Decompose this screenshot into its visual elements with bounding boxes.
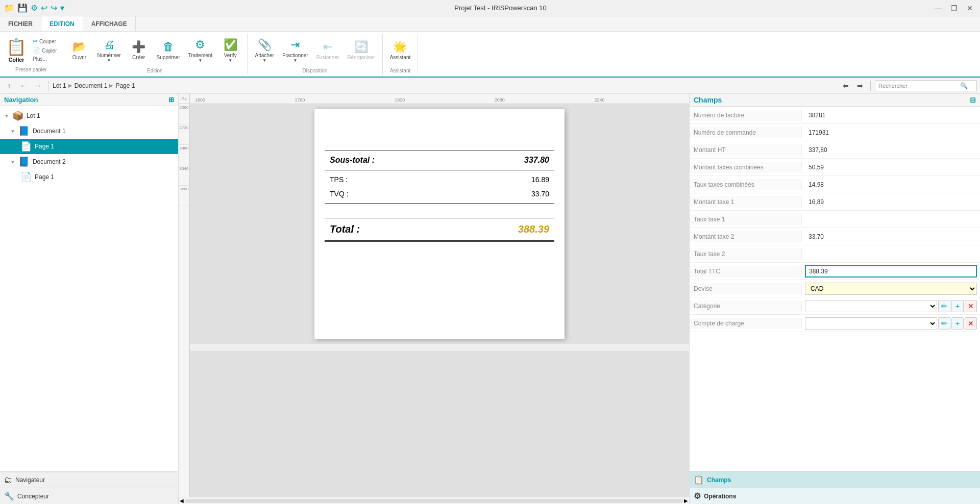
fractionner-button[interactable]: ⇥ Fractionner ▼: [279, 36, 311, 65]
breadcrumb-page1[interactable]: Page 1: [115, 82, 135, 89]
creer-button[interactable]: ➕ Créer: [126, 38, 152, 62]
doc-bottom-bar: ◀ ▶: [179, 497, 689, 504]
sidebar-tab-navigateur[interactable]: 🗂 Navigateur: [0, 472, 178, 488]
scroll-left-icon[interactable]: ◀: [180, 498, 184, 503]
fields-tab-operations[interactable]: ⚙ Opérations: [690, 488, 980, 504]
tree-item-doc2[interactable]: ▼ 📘 Document 2: [0, 154, 178, 169]
tree-item-page1b[interactable]: 📄 Page 1: [0, 169, 178, 185]
compte-charge-edit-button[interactable]: ✏: [938, 317, 950, 330]
tree-item-lot1[interactable]: ▼ 📦 Lot 1: [0, 108, 178, 123]
tab-fichier[interactable]: FICHIER: [0, 16, 41, 31]
ruler-mark-2080: 2080: [489, 97, 590, 103]
select-compte-charge[interactable]: [805, 317, 937, 330]
search-box[interactable]: 🔍: [875, 80, 977, 91]
ouvrir-button[interactable]: 📂 Ouvrir: [66, 38, 92, 62]
save-icon[interactable]: 💾: [17, 3, 28, 13]
couper-button[interactable]: ✂ Couper: [32, 37, 58, 45]
fields-tab-champs[interactable]: 📋 Champs: [690, 471, 980, 488]
redo-icon[interactable]: ↪: [51, 3, 57, 13]
sidebar: Navigation ⊞ ▼ 📦 Lot 1 ▼ 📘 Document 1 📄 …: [0, 94, 179, 504]
input-numero-commande[interactable]: [805, 127, 977, 138]
search-input[interactable]: [878, 83, 960, 89]
fields-title: Champs: [694, 96, 722, 104]
window-title: Projet Test - IRISPowerscan 10: [69, 4, 932, 12]
compte-charge-add-button[interactable]: +: [951, 317, 964, 330]
categorie-delete-button[interactable]: ✕: [965, 300, 977, 312]
input-numero-facture[interactable]: [805, 110, 977, 121]
plus-button[interactable]: Plus...: [32, 56, 58, 62]
close-button[interactable]: ✕: [964, 3, 976, 13]
select-categorie[interactable]: [805, 300, 937, 312]
compte-charge-delete-button[interactable]: ✕: [965, 317, 977, 330]
tree-item-page1[interactable]: 📄 Page 1: [0, 139, 178, 154]
creer-label: Créer: [132, 55, 145, 60]
h-scrollbar[interactable]: [190, 344, 689, 351]
input-montant-ht[interactable]: [805, 144, 977, 156]
categorie-edit-button[interactable]: ✏: [938, 300, 950, 312]
field-value-compte-charge: ✏ + ✕: [802, 315, 980, 332]
field-row-numero-commande: Numéro de commande: [690, 124, 980, 141]
input-total-ttc[interactable]: [805, 265, 977, 278]
input-taux-taxe1[interactable]: [805, 214, 977, 225]
tps-label: TPS :: [330, 175, 348, 184]
export-left-button[interactable]: ⬅: [840, 80, 852, 92]
copier-label: Copier: [42, 48, 57, 54]
attacher-button[interactable]: 📎 Attacher ▼: [252, 36, 277, 65]
up-button[interactable]: ↑: [3, 80, 15, 92]
breadcrumb-lot1[interactable]: Lot 1: [53, 82, 66, 89]
sidebar-header: Navigation ⊞: [0, 94, 178, 106]
fractionner-arrow: ▼: [293, 58, 297, 63]
minimize-button[interactable]: —: [932, 3, 945, 13]
compte-charge-select-row: ✏ + ✕: [805, 317, 977, 330]
numeriser-button[interactable]: 🖨 Numériser ▼: [94, 36, 124, 65]
traitement-button[interactable]: ⚙ Traitement ▼: [185, 36, 215, 65]
select-devise[interactable]: CAD USD EUR: [805, 283, 977, 295]
input-taux-taxe2[interactable]: [805, 248, 977, 260]
supprimer-button[interactable]: 🗑 Supprimer: [154, 38, 183, 62]
input-montant-taxes[interactable]: [805, 162, 977, 173]
input-montant-taxe2[interactable]: [805, 231, 977, 242]
settings-icon[interactable]: ⚙: [31, 3, 38, 13]
sidebar-expand-icon[interactable]: ⊞: [168, 96, 174, 104]
ruler-mark-1600: 1600: [190, 97, 290, 103]
input-montant-taxe1[interactable]: [805, 196, 977, 208]
tab-edition[interactable]: EDITION: [41, 16, 83, 31]
fractionner-label: Fractionner: [282, 53, 308, 58]
categorie-add-button[interactable]: +: [951, 300, 964, 312]
fields-collapse-icon[interactable]: ⊟: [970, 96, 976, 104]
tab-affichage[interactable]: AFFICHAGE: [83, 16, 136, 31]
field-label-montant-taxe1: Montant taxe 1: [690, 196, 802, 208]
ouvrir-label: Ouvrir: [72, 55, 86, 60]
numeriser-label: Numériser: [97, 53, 120, 58]
verify-button[interactable]: ✅ Verify ▼: [217, 36, 243, 65]
breadcrumb-doc1[interactable]: Document 1: [75, 82, 108, 89]
undo-icon[interactable]: ↩: [41, 3, 47, 13]
field-value-montant-taxe1: [802, 194, 980, 210]
back-button[interactable]: ←: [17, 80, 30, 92]
field-label-numero-facture: Numéro de facture: [690, 110, 802, 121]
split-icon: ⇥: [290, 38, 300, 52]
sidebar-tab-concepteur[interactable]: 🔧 Concepteur: [0, 488, 178, 504]
tree-item-doc1[interactable]: ▼ 📘 Document 1: [0, 123, 178, 139]
coller-button[interactable]: 📋 Coller: [4, 35, 29, 65]
forward-button[interactable]: →: [32, 80, 44, 92]
doc-scroll-area[interactable]: Sous-total : 337.80 TPS : 16.89 TVQ : 33…: [190, 104, 689, 497]
separator-bottom: [325, 240, 554, 242]
export-right-button[interactable]: ➡: [854, 80, 866, 92]
field-label-taux-taxes: Taux taxes combinées: [690, 179, 802, 190]
copier-button[interactable]: 📄 Copier: [32, 46, 58, 55]
arrow-doc2: ▼: [10, 159, 15, 165]
disposition-label: Disposition: [302, 67, 327, 74]
subtotal-value: 337.80: [524, 156, 549, 165]
attach-icon: 📎: [258, 38, 272, 52]
doc-content-area: 2560 2720 2880 3040 3200 Sous-total : 33…: [179, 104, 689, 497]
scroll-right-icon[interactable]: ▶: [684, 498, 688, 503]
field-row-categorie: Catégorie ✏ + ✕: [690, 297, 980, 315]
maximize-button[interactable]: ❐: [948, 3, 961, 13]
assistant-button[interactable]: 🌟 Assistant: [387, 38, 414, 62]
dropdown-arrow-icon[interactable]: ▾: [60, 3, 64, 13]
plus-label: Plus...: [33, 56, 47, 62]
invoice-content: Sous-total : 337.80 TPS : 16.89 TVQ : 33…: [320, 150, 559, 242]
breadcrumb-arrow-2: ▶: [109, 83, 113, 88]
input-taux-taxes[interactable]: [805, 179, 977, 190]
